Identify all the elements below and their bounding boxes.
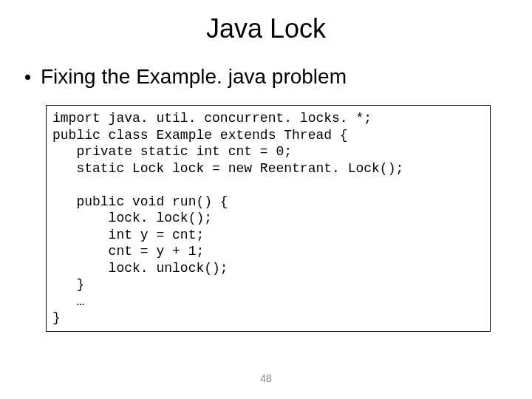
bullet-text: Fixing the Example. java problem [41, 65, 347, 89]
page-number: 48 [0, 372, 532, 384]
bullet-item: Fixing the Example. java problem [0, 65, 532, 89]
code-line: … [52, 294, 84, 309]
code-line: import java. util. concurrent. locks. *; [52, 111, 372, 126]
code-block: import java. util. concurrent. locks. *;… [46, 105, 491, 332]
code-line: static Lock lock = new Reentrant. Lock()… [52, 161, 403, 176]
bullet-dot-icon [25, 75, 30, 80]
code-line: cnt = y + 1; [52, 244, 204, 259]
code-line: private static int cnt = 0; [52, 144, 292, 159]
code-line: } [52, 310, 61, 325]
code-line: int y = cnt; [52, 228, 204, 242]
code-line: lock. lock(); [52, 211, 212, 225]
slide: Java Lock Fixing the Example. java probl… [0, 0, 532, 399]
code-line: } [52, 277, 84, 292]
code-line: public class Example extends Thread { [52, 128, 348, 143]
code-line: public void run() { [52, 194, 228, 209]
code-line: lock. unlock(); [52, 261, 228, 276]
slide-title: Java Lock [0, 13, 532, 44]
